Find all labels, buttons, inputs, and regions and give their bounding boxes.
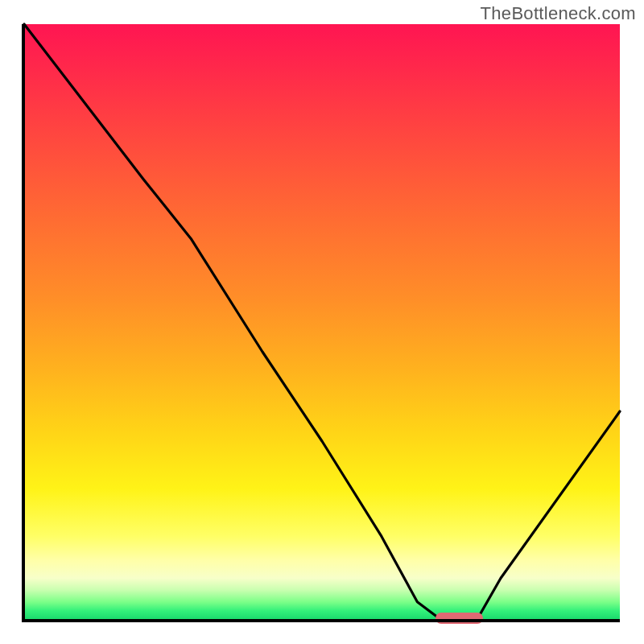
bottleneck-curve-line (24, 24, 620, 620)
curve-svg (24, 24, 620, 620)
watermark-text: TheBottleneck.com (481, 3, 636, 24)
x-axis-line (24, 619, 620, 622)
y-axis-line (22, 24, 25, 622)
chart-container: TheBottleneck.com (0, 0, 644, 644)
plot-area (24, 24, 620, 620)
